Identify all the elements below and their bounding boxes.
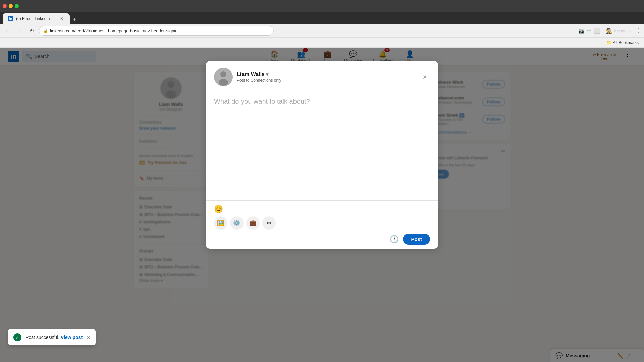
incognito-indicator: 🕵 Incognito <box>603 26 633 35</box>
toast-success-icon: ✓ <box>13 333 21 341</box>
toast-message: Post successful. View post <box>25 335 83 340</box>
ellipsis-icon: ••• <box>267 220 272 226</box>
post-modal: Liam Walls ▾ Post to Connections only × … <box>206 61 438 249</box>
modal-toolbar: 🖼️ ⚙️ 💼 ••• <box>214 216 430 230</box>
incognito-icon: 🕵 <box>606 27 613 34</box>
browser-titlebar <box>0 0 644 12</box>
add-photo-button[interactable]: 🖼️ <box>214 216 227 230</box>
modal-footer: 😊 🖼️ ⚙️ 💼 ••• <box>206 200 438 249</box>
briefcase-icon: 💼 <box>249 219 257 227</box>
view-post-link[interactable]: View post <box>61 335 83 340</box>
all-bookmarks-folder[interactable]: 📁 All Bookmarks <box>604 40 641 46</box>
bookmarks-label: All Bookmarks <box>613 40 639 45</box>
document-icon: ⚙️ <box>233 219 240 227</box>
modal-header: Liam Walls ▾ Post to Connections only × <box>206 61 438 92</box>
tab-bar: in (9) Feed | LinkedIn ✕ + <box>0 12 644 24</box>
more-options-button[interactable]: ••• <box>262 216 276 230</box>
modal-avatar-image <box>214 68 233 86</box>
active-tab[interactable]: in (9) Feed | LinkedIn ✕ <box>3 13 70 24</box>
post-button[interactable]: Post <box>403 234 430 245</box>
toast-close-button[interactable]: × <box>87 334 90 341</box>
hiring-button[interactable]: 💼 <box>246 216 260 230</box>
address-bar-row: ← → ↻ 🔒 linkedin.com/feed/?trk=guest_hom… <box>0 24 644 38</box>
tab-close-button[interactable]: ✕ <box>59 16 64 21</box>
bookmark-icon[interactable]: ☆ <box>587 27 591 34</box>
checkmark-icon: ✓ <box>15 335 19 340</box>
modal-user-details: Liam Walls ▾ Post to Connections only <box>237 71 281 83</box>
modal-close-button[interactable]: × <box>419 72 430 82</box>
forward-button[interactable]: → <box>15 26 24 36</box>
menu-icon[interactable]: ⋮ <box>636 27 641 34</box>
modal-body[interactable]: What do you want to talk about? <box>206 92 438 200</box>
modal-overlay: Liam Walls ▾ Post to Connections only × … <box>0 48 644 362</box>
tab-title: (9) Feed | LinkedIn <box>16 16 56 21</box>
bookmarks-bar: 📁 All Bookmarks <box>0 38 644 48</box>
new-tab-button[interactable]: + <box>70 15 79 24</box>
address-bar[interactable]: 🔒 linkedin.com/feed/?trk=guest_homepage-… <box>39 26 274 36</box>
modal-user-subtitle: Post to Connections only <box>237 78 281 83</box>
url-text: linkedin.com/feed/?trk=guest_homepage-ba… <box>50 28 178 33</box>
svg-point-4 <box>220 71 226 77</box>
modal-avatar <box>214 68 233 86</box>
extensions-icon: ⬜ <box>594 27 601 34</box>
tab-favicon: in <box>8 16 13 21</box>
svg-point-5 <box>219 79 228 86</box>
incognito-label: Incognito <box>614 28 631 33</box>
photo-icon: 🖼️ <box>217 219 224 227</box>
modal-user-name[interactable]: Liam Walls ▾ <box>237 71 281 77</box>
add-document-button[interactable]: ⚙️ <box>230 216 244 230</box>
schedule-button[interactable]: 🕐 <box>390 235 399 244</box>
reload-button[interactable]: ↻ <box>27 26 36 36</box>
page-background: in 🔍 Search 🏠 Home 👥 2 My Network 💼 Jobs <box>0 48 644 362</box>
lock-icon: 🔒 <box>43 28 48 33</box>
emoji-button[interactable]: 😊 <box>214 205 430 214</box>
back-button[interactable]: ← <box>3 26 12 36</box>
bookmark-folder-icon: 📁 <box>606 40 611 45</box>
browser-chrome: in (9) Feed | LinkedIn ✕ + ← → ↻ 🔒 linke… <box>0 0 644 48</box>
modal-actions: 🕐 Post <box>214 234 430 245</box>
camera-off-icon: 📷 <box>578 28 584 34</box>
post-textarea-placeholder[interactable]: What do you want to talk about? <box>214 98 430 105</box>
dropdown-icon: ▾ <box>266 72 268 77</box>
modal-user-info: Liam Walls ▾ Post to Connections only <box>214 68 281 86</box>
toast-notification: ✓ Post successful. View post × <box>8 329 96 345</box>
